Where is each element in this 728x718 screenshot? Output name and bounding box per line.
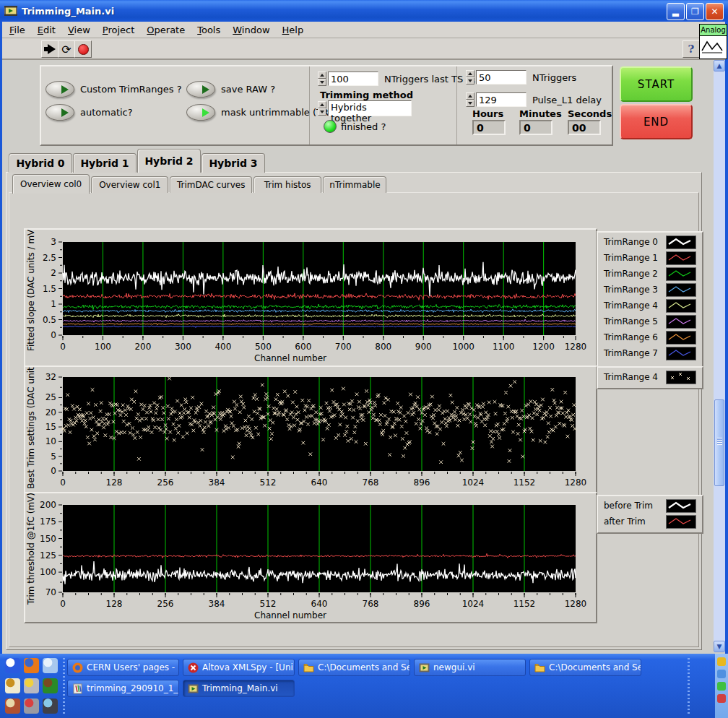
legend-row-trimrange-3[interactable]: TrimRange 3: [598, 282, 702, 298]
legend-label: TrimRange 2: [604, 269, 658, 279]
tab-hybrid-1[interactable]: Hybrid 1: [73, 153, 136, 173]
plot-legend: before Trimafter Trim: [597, 495, 703, 534]
menu-item-edit[interactable]: Edit: [38, 25, 56, 35]
legend-swatch[interactable]: [666, 235, 696, 249]
tray-icon-1[interactable]: [717, 657, 726, 666]
quick-launch-notepad-icon[interactable]: [5, 678, 20, 693]
menu-item-tools[interactable]: Tools: [197, 25, 220, 35]
scrollbar-thumb[interactable]: [714, 399, 724, 486]
chart-1: 0128256384512640768896102411521280051015…: [25, 367, 596, 492]
legend-swatch[interactable]: [666, 267, 696, 281]
trimming-method-ring: Hybrids together: [318, 100, 412, 116]
legend-row-trimrange-7[interactable]: TrimRange 7: [598, 345, 702, 361]
folder-icon: [534, 662, 545, 673]
tray-icon-4[interactable]: [717, 694, 726, 703]
menu-item-window[interactable]: Window: [233, 25, 269, 35]
help-button[interactable]: ?: [682, 40, 700, 58]
taskbar-button-trimming-290910-1[interactable]: trimming_290910_1_...: [67, 680, 179, 697]
legend-row-trimrange-1[interactable]: TrimRange 1: [598, 250, 702, 266]
menu-item-help[interactable]: Help: [282, 25, 304, 35]
analog-palette[interactable]: Analog: [699, 24, 727, 59]
subtab-overview-col0[interactable]: Overview col0: [12, 174, 90, 194]
spin-buttons[interactable]: [318, 101, 326, 116]
trimming-method-value[interactable]: Hybrids together: [328, 100, 412, 116]
spin-buttons[interactable]: [466, 70, 474, 85]
quick-launch-globe-icon[interactable]: [5, 658, 20, 673]
menu-item-operate[interactable]: Operate: [147, 25, 185, 35]
close-button[interactable]: ✕: [706, 3, 724, 20]
taskbar-button-cern-users-pages[interactable]: CERN Users' pages - ...: [67, 659, 179, 676]
legend-row-trimrange-6[interactable]: TrimRange 6: [598, 329, 702, 345]
toggle-oval[interactable]: [186, 104, 215, 121]
legend-row-trimrange-4[interactable]: TrimRange 4: [598, 298, 702, 313]
taskbar-button-c-documents-and-se[interactable]: C:\Documents and Se...: [529, 659, 641, 676]
legend-swatch[interactable]: [666, 331, 696, 345]
legend-swatch[interactable]: [666, 251, 696, 265]
legend-swatch[interactable]: [666, 347, 696, 360]
quick-launch-firefox-icon[interactable]: [24, 658, 39, 673]
start-button[interactable]: START: [620, 66, 693, 102]
legend-swatch[interactable]: [666, 499, 696, 513]
toggle-custom-trimranges[interactable]: Custom TrimRanges ?: [46, 81, 182, 98]
legend-row-after-trim[interactable]: after Trim: [598, 514, 702, 529]
maximize-button[interactable]: ❐: [686, 3, 704, 20]
taskbar-button-c-documents-and-se[interactable]: C:\Documents and Se...: [298, 659, 410, 676]
svg-text:1.5: 1.5: [43, 284, 56, 294]
end-button[interactable]: END: [620, 104, 693, 139]
subtab-trimdac-curves[interactable]: TrimDAC curves: [170, 176, 252, 193]
menu-item-file[interactable]: File: [9, 25, 25, 35]
legend-swatch[interactable]: [666, 515, 696, 529]
quick-launch-books-icon[interactable]: [5, 698, 20, 714]
menu-item-project[interactable]: Project: [103, 25, 135, 35]
legend-row-trimrange-0[interactable]: TrimRange 0: [598, 234, 702, 250]
legend-row-trimrange-5[interactable]: TrimRange 5: [598, 313, 702, 329]
taskbar-button-trimming-main-vi[interactable]: Trimming_Main.vi: [183, 680, 295, 697]
taskbar-separator[interactable]: [63, 658, 65, 714]
legend-row-trimrange-4[interactable]: TrimRange 4: [598, 369, 702, 385]
scroll-up-button[interactable]: ▲: [714, 60, 725, 72]
quick-launch-remote-desktop-icon[interactable]: [43, 658, 58, 673]
subtab-ntrimmable[interactable]: nTrimmable: [323, 176, 386, 193]
legend-swatch[interactable]: [666, 283, 696, 297]
vertical-scrollbar[interactable]: ▲ ▼: [714, 60, 725, 652]
menu-item-view[interactable]: View: [68, 25, 90, 35]
legend-row-before-trim[interactable]: before Trim: [598, 498, 702, 514]
subtab-trim-histos[interactable]: Trim histos: [254, 176, 321, 193]
legend-row-trimrange-2[interactable]: TrimRange 2: [598, 266, 702, 282]
toggle-save-raw[interactable]: save RAW ?: [186, 81, 275, 98]
quick-launch-root-tree-icon[interactable]: [43, 678, 58, 693]
run-continuous-button[interactable]: ⟳: [58, 40, 75, 58]
minimize-button[interactable]: ▬: [667, 3, 685, 20]
toggle-oval[interactable]: [46, 81, 74, 98]
taskbar-separator[interactable]: [688, 658, 690, 714]
ntriggers-input[interactable]: [476, 70, 526, 85]
spin-buttons[interactable]: [466, 92, 474, 107]
toggle-oval[interactable]: [46, 104, 74, 121]
tray-icon-3[interactable]: [717, 682, 726, 691]
run-button[interactable]: [41, 40, 58, 58]
taskbar-button-newgui-vi[interactable]: newgui.vi: [414, 659, 526, 676]
quick-launch-computer-hat-icon[interactable]: [43, 698, 58, 714]
ntriggers-last-ts-input[interactable]: [328, 72, 378, 86]
taskbar-button-label: newgui.vi: [433, 662, 475, 672]
tab-hybrid-2[interactable]: Hybrid 2: [137, 149, 201, 173]
svg-text:1024: 1024: [462, 599, 485, 609]
pulse-l1-input[interactable]: [476, 92, 526, 107]
waveform-icon: [700, 36, 725, 56]
toggle-automatic[interactable]: automatic?: [46, 104, 133, 121]
taskbar-button-altova-xmlspy-uni[interactable]: Altova XMLSpy - [Uni...: [183, 659, 295, 676]
legend-swatch[interactable]: [666, 315, 696, 329]
chart-1-frame: 0128256384512640768896102411521280051015…: [24, 366, 597, 493]
tab-hybrid-3[interactable]: Hybrid 3: [202, 153, 265, 173]
tray-icon-2[interactable]: [717, 670, 726, 678]
toggle-oval[interactable]: [186, 81, 215, 98]
spin-buttons[interactable]: [318, 72, 326, 86]
quick-launch-printer-pen-icon[interactable]: [24, 698, 39, 714]
quick-launch-computer-key-icon[interactable]: [24, 678, 39, 693]
scroll-down-button[interactable]: ▼: [714, 641, 725, 652]
tab-hybrid-0[interactable]: Hybrid 0: [9, 153, 72, 173]
subtab-overview-col1[interactable]: Overview col1: [91, 176, 168, 193]
legend-swatch[interactable]: [666, 299, 696, 313]
abort-button[interactable]: [74, 40, 92, 58]
legend-swatch[interactable]: [666, 371, 696, 384]
